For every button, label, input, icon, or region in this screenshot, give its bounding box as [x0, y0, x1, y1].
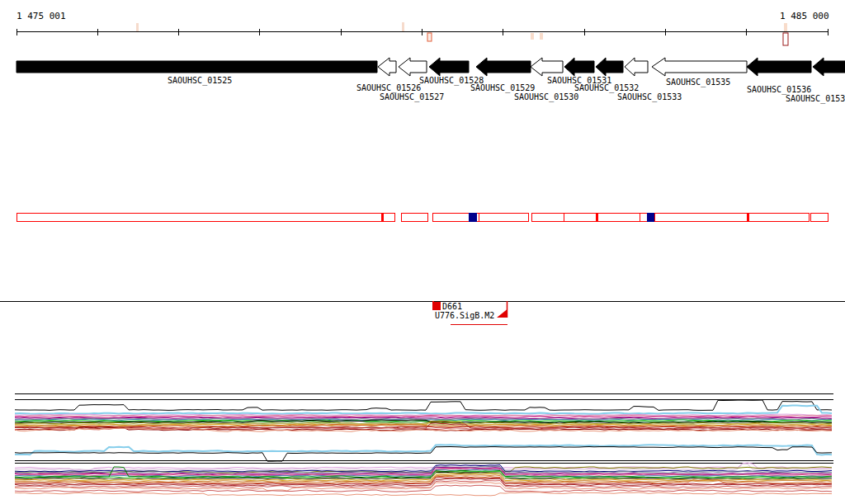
ruler-variant-mark	[402, 22, 404, 31]
red-track-box[interactable]	[479, 214, 529, 222]
expression-panel-1	[15, 394, 833, 432]
red-track-box[interactable]	[655, 214, 748, 222]
expression-panel-2	[15, 445, 833, 496]
expression-trace	[15, 492, 832, 496]
gene-label: SAOUHSC_01530	[514, 92, 578, 101]
annotation-track	[17, 213, 828, 222]
red-track-box[interactable]	[597, 214, 640, 222]
gene-label: SAOUHSC_01532	[574, 83, 639, 92]
gene-arrow-SAOUHSC_01533[interactable]	[625, 58, 648, 76]
expression-trace	[15, 400, 832, 410]
blue-marker[interactable]	[469, 213, 477, 222]
motif-track	[0, 301, 845, 325]
motif-end-triangle[interactable]	[497, 309, 507, 318]
red-track-box[interactable]	[748, 214, 810, 222]
ruler-variant-mark	[784, 23, 787, 31]
ruler-variant-mark	[783, 33, 788, 45]
ruler-start-label: 1 475 001	[17, 12, 66, 21]
red-track-thick-divider	[381, 213, 384, 222]
expression-trace	[15, 447, 832, 462]
ruler-variant-mark	[427, 33, 432, 41]
gene-arrow-SAOUHSC_01531[interactable]	[564, 58, 594, 76]
gene-label: SAOUHSC_01525	[168, 76, 232, 85]
red-track-box[interactable]	[811, 214, 828, 222]
expression-plots	[15, 394, 833, 496]
red-track-box[interactable]	[17, 214, 384, 222]
gene-arrow-SAOUHSC_01532[interactable]	[596, 58, 623, 76]
gene-label: SAOUHSC_01535	[666, 78, 730, 87]
gene-label: SAOUHSC_01526	[356, 83, 421, 92]
red-track-box[interactable]	[402, 214, 428, 222]
genome-browser-view: 1 475 001 1 485 000 SAOUHSC_01525SAOUHSC…	[0, 0, 845, 504]
gene-arrow-SAOUHSC_01530[interactable]	[531, 58, 563, 76]
ruler-variant-mark	[531, 33, 534, 40]
red-track-thick-divider	[747, 213, 749, 222]
gene-label: SAOUHSC_0153	[786, 94, 845, 103]
red-track-box[interactable]	[384, 214, 395, 222]
gene-label: SAOUHSC_01536	[747, 85, 811, 94]
ruler-variant-mark	[136, 23, 139, 31]
genome-ruler[interactable]	[17, 22, 828, 45]
expression-trace	[15, 464, 832, 470]
gene-arrow-SAOUHSC_01528[interactable]	[429, 58, 469, 76]
gene-track	[17, 58, 845, 76]
ruler-end-label: 1 485 000	[780, 12, 829, 21]
gene-arrow-SAOUHSC_01536[interactable]	[747, 58, 811, 76]
motif-id-label: D661	[442, 302, 462, 311]
ruler-variant-mark	[540, 33, 543, 40]
gene-arrow-SAOUHSC_01535[interactable]	[652, 58, 747, 76]
gene-label: SAOUHSC_01527	[380, 92, 444, 101]
motif-name-label: U776.SigB.M2	[435, 311, 494, 320]
red-track-box[interactable]	[564, 214, 597, 222]
red-track-thick-divider	[596, 213, 598, 222]
gene-arrow-SAOUHSC_01529[interactable]	[476, 58, 531, 76]
motif-box[interactable]	[432, 302, 441, 310]
red-track-box[interactable]	[532, 214, 564, 222]
gene-arrow-SAOUHSC_01525[interactable]	[17, 61, 377, 73]
blue-marker[interactable]	[647, 213, 654, 222]
gene-arrow-SAOUHSC_01537[interactable]	[813, 58, 845, 76]
gene-label: SAOUHSC_01533	[617, 92, 682, 101]
gene-arrow-SAOUHSC_01527[interactable]	[399, 58, 427, 76]
gene-arrow-SAOUHSC_01526[interactable]	[378, 58, 396, 76]
gene-label: SAOUHSC_01529	[470, 83, 535, 92]
